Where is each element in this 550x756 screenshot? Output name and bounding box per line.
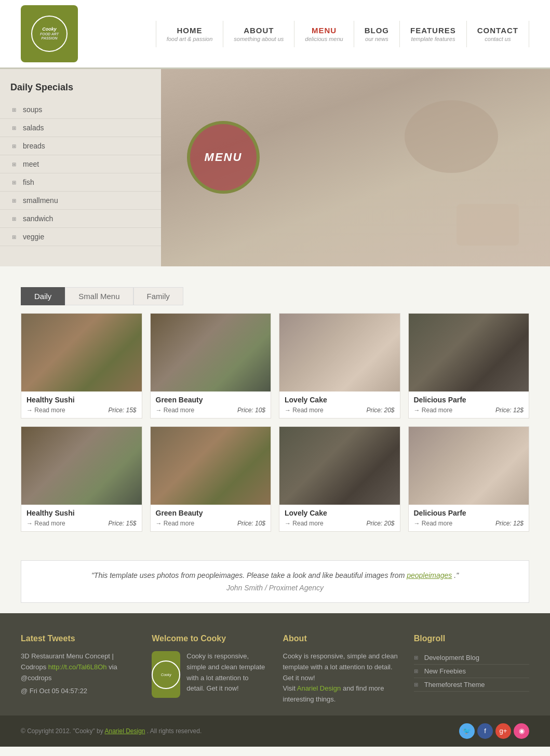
nav-item-home[interactable]: HOMEfood art & passion <box>156 21 224 47</box>
header: Cooky FOOD ART PASSION HOMEfood art & pa… <box>0 0 550 69</box>
menu-read-more-link[interactable]: Read more <box>26 407 65 414</box>
menu-card-image <box>279 427 400 505</box>
logo[interactable]: Cooky FOOD ART PASSION <box>21 5 78 62</box>
menu-card-image <box>279 314 400 392</box>
quote-text-end: ." <box>454 571 459 579</box>
main-nav: HOMEfood art & passionABOUTsomething abo… <box>99 21 529 47</box>
menu-price: Price: 20$ <box>366 407 394 414</box>
tab-daily[interactable]: Daily <box>21 287 65 305</box>
nav-item-features[interactable]: FEATUREStemplate features <box>400 21 467 47</box>
menu-read-more-link[interactable]: Read more <box>156 520 195 527</box>
menu-grid: Healthy Sushi Read more Price: 15$ Green… <box>0 305 550 555</box>
nav-title-contact: CONTACT <box>477 26 518 35</box>
nav-subtitle-about: something about us <box>234 36 284 42</box>
sidebar-item-fish[interactable]: ⊞fish <box>0 173 161 192</box>
footer-welcome-title: Welcome to Cooky <box>152 634 267 643</box>
menu-card-title: Lovely Cake <box>285 509 395 517</box>
blogroll-item[interactable]: ⊞Themeforest Theme <box>414 678 529 692</box>
menu-card-body: Healthy Sushi Read more Price: 15$ <box>21 392 142 418</box>
nav-item-contact[interactable]: CONTACTcontact us <box>467 21 529 47</box>
menu-card-footer: Read more Price: 12$ <box>414 520 524 527</box>
menu-price: Price: 10$ <box>237 520 265 527</box>
menu-read-more-link[interactable]: Read more <box>414 520 453 527</box>
menu-price: Price: 20$ <box>366 520 394 527</box>
footer-tweet-text: 3D Restaurant Menu Concept | Codrops htt… <box>21 651 136 683</box>
footer-design-link[interactable]: Anariel Design <box>104 727 145 735</box>
menu-read-more-link[interactable]: Read more <box>285 407 324 414</box>
blogroll-item[interactable]: ⊞Development Blog <box>414 651 529 665</box>
about-design-link[interactable]: Anariel Design <box>297 684 341 692</box>
menu-price: Price: 10$ <box>237 407 265 414</box>
tabs-section: DailySmall MenuFamily <box>0 277 550 305</box>
logo-circle: Cooky FOOD ART PASSION <box>31 16 68 52</box>
sidebar-title: Daily Specials <box>0 77 161 101</box>
nav-item-blog[interactable]: BLOGour news <box>354 21 400 47</box>
menu-card-footer: Read more Price: 10$ <box>156 407 266 414</box>
nav-item-menu[interactable]: MENUdelicious menu <box>294 21 354 47</box>
social-dribbble-btn[interactable]: ◉ <box>514 723 529 739</box>
menu-card-title: Healthy Sushi <box>26 509 137 517</box>
menu-circle: MENU <box>187 121 260 194</box>
sidebar-bullet: ⊞ <box>10 160 18 168</box>
sidebar-bullet: ⊞ <box>10 233 18 240</box>
menu-card-footer: Read more Price: 20$ <box>285 520 395 527</box>
menu-read-more-link[interactable]: Read more <box>414 407 453 414</box>
sidebar-item-breads[interactable]: ⊞breads <box>0 137 161 155</box>
sidebar-item-smallmenu[interactable]: ⊞smallmenu <box>0 192 161 210</box>
menu-card-body: Green Beauty Read more Price: 10$ <box>151 505 271 531</box>
sidebar-item-veggie[interactable]: ⊞veggie <box>0 228 161 246</box>
cooky-logo-footer: Cooky <box>152 651 180 698</box>
quote-section: "This template uses photos from peopleim… <box>21 560 529 603</box>
menu-read-more-link[interactable]: Read more <box>156 407 195 414</box>
blogroll-item[interactable]: ⊞New Freebies <box>414 665 529 678</box>
footer-widgets: Latest Tweets 3D Restaurant Menu Concept… <box>0 613 550 716</box>
nav-subtitle-home: food art & passion <box>167 36 213 42</box>
menu-card-footer: Read more Price: 15$ <box>26 407 137 414</box>
hero-section: Daily Specials ⊞soups⊞salads⊞breads⊞meet… <box>0 69 550 266</box>
sidebar-item-label: salads <box>23 124 44 132</box>
quote-link[interactable]: peopleimages <box>407 571 452 579</box>
nav-item-about[interactable]: ABOUTsomething about us <box>223 21 294 47</box>
sidebar-item-label: soups <box>23 105 42 114</box>
menu-read-more-link[interactable]: Read more <box>285 520 324 527</box>
social-twitter-btn[interactable]: 🐦 <box>459 723 475 739</box>
nav-title-features: FEATURES <box>410 26 456 35</box>
menu-circle-text: MENU <box>205 151 243 164</box>
menu-row-2: Healthy Sushi Read more Price: 15$ Green… <box>21 426 529 532</box>
footer-about-text: Cooky is responsive, simple and clean te… <box>283 651 398 705</box>
menu-card: Green Beauty Read more Price: 10$ <box>150 313 272 419</box>
tab-family[interactable]: Family <box>133 287 183 305</box>
sidebar-item-soups[interactable]: ⊞soups <box>0 101 161 119</box>
tweet-link[interactable]: http://t.co/Tal6L8Oh <box>48 663 107 671</box>
cooky-logo-footer-inner: Cooky <box>152 660 180 689</box>
logo-area: Cooky FOOD ART PASSION <box>21 5 99 62</box>
sidebar-bullet: ⊞ <box>10 215 18 222</box>
social-facebook-btn[interactable]: f <box>477 723 493 739</box>
sidebar-item-salads[interactable]: ⊞salads <box>0 119 161 137</box>
quote-text: "This template uses photos from peopleim… <box>91 571 407 579</box>
menu-read-more-link[interactable]: Read more <box>26 520 65 527</box>
nav-title-home: HOME <box>167 26 213 35</box>
footer-bottom: © Copyright 2012. "Cooky" by Anariel Des… <box>0 716 550 747</box>
menu-row-1: Healthy Sushi Read more Price: 15$ Green… <box>21 313 529 419</box>
tweet-time: @ Fri Oct 05 04:57:22 <box>21 686 136 697</box>
menu-card: Healthy Sushi Read more Price: 15$ <box>21 426 142 532</box>
sidebar-item-meet[interactable]: ⊞meet <box>0 155 161 173</box>
footer-widget-welcome: Welcome to Cooky Cooky Cooky is responsi… <box>152 634 267 705</box>
blogroll-bullet: ⊞ <box>414 682 420 688</box>
menu-card: Lovely Cake Read more Price: 20$ <box>279 313 400 419</box>
menu-card-title: Delicious Parfe <box>414 396 524 404</box>
footer-tweets-title: Latest Tweets <box>21 634 136 643</box>
social-google-btn[interactable]: g+ <box>495 723 511 739</box>
nav-title-blog: BLOG <box>365 26 389 35</box>
sidebar-item-label: sandwich <box>23 214 53 223</box>
menu-card-body: Green Beauty Read more Price: 10$ <box>151 392 271 418</box>
nav-title-menu: MENU <box>305 26 343 35</box>
footer-widget-about: About Cooky is responsive, simple and cl… <box>283 634 398 705</box>
tab-small-menu[interactable]: Small Menu <box>65 287 133 305</box>
blogroll-item-label: Themeforest Theme <box>424 681 485 688</box>
sidebar-item-sandwich[interactable]: ⊞sandwich <box>0 210 161 228</box>
hero-image: MENU <box>161 69 550 266</box>
sidebar-bullet: ⊞ <box>10 179 18 186</box>
menu-card: Delicious Parfe Read more Price: 12$ <box>408 313 530 419</box>
